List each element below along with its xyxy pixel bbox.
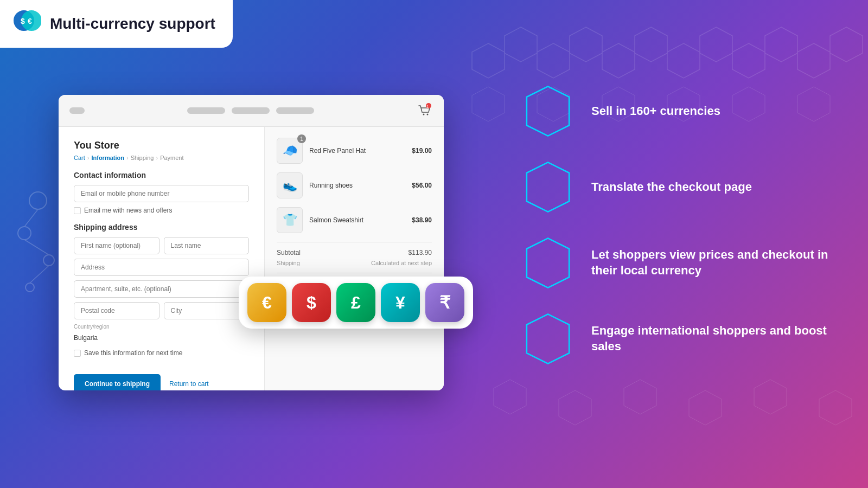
order-divider <box>277 242 432 242</box>
nav-tabs <box>187 107 314 114</box>
postal-input[interactable] <box>74 302 159 319</box>
order-item-1: 1 🧢 Red Five Panel Hat $19.00 <box>277 138 432 164</box>
svg-marker-10 <box>667 43 700 78</box>
sep-2: › <box>126 155 129 161</box>
continue-to-shipping-button[interactable]: Continue to shipping <box>74 374 161 390</box>
feature-4-title: Engage international shoppers and boost … <box>591 323 835 354</box>
item-2-image: 👟 <box>277 172 303 198</box>
contact-section-label: Contact information <box>74 171 249 179</box>
feature-2-title: Translate the checkout page <box>591 179 835 195</box>
newsletter-checkbox[interactable] <box>74 207 81 214</box>
item-2-name: Running shoes <box>309 182 405 189</box>
save-info-label: Save this information for next time <box>84 349 182 357</box>
feature-item-1: £ € $ Sell in 160+ currencies <box>521 84 835 138</box>
svg-marker-14 <box>797 43 830 78</box>
svg-line-33 <box>24 240 49 255</box>
item-2-price: $56.00 <box>412 182 432 189</box>
item-3-name: Salmon Sweatshirt <box>309 216 405 224</box>
last-name-input[interactable] <box>164 237 250 254</box>
apt-input[interactable] <box>74 280 249 298</box>
sep-3: › <box>156 155 158 161</box>
feature-3-title: Let shoppers view prices and checkout in… <box>591 247 835 278</box>
breadcrumb-shipping: Shipping <box>131 155 154 161</box>
sep-1: › <box>87 155 90 161</box>
first-name-input[interactable] <box>74 237 159 254</box>
item-3-image-wrap: 👕 <box>277 207 303 233</box>
svg-marker-50 <box>527 314 569 363</box>
svg-marker-12 <box>732 43 765 78</box>
return-to-cart-button[interactable]: Return to cart <box>169 380 209 388</box>
item-3-price: $38.90 <box>412 216 432 224</box>
save-info-checkbox[interactable] <box>74 350 81 357</box>
rupee-icon[interactable]: ₹ <box>425 283 464 322</box>
feature-3-hex <box>521 236 575 290</box>
newsletter-label: Email me with news and offers <box>84 207 173 214</box>
svg-marker-23 <box>559 390 591 425</box>
nav-tab-1 <box>187 107 225 114</box>
breadcrumb: Cart › Information › Shipping › Payment <box>74 155 249 161</box>
country-field: Country/region Bulgaria <box>74 324 249 345</box>
card-nav: 1 <box>59 95 444 127</box>
feature-4-hex: ✦ ✦ <box>521 312 575 366</box>
form-panel: You Store Cart › Information › Shipping … <box>59 127 265 390</box>
svg-line-34 <box>30 266 49 283</box>
subtotal-row: Subtotal $113.90 <box>277 249 432 256</box>
item-1-badge: 1 <box>297 134 306 143</box>
order-item-3: 👕 Salmon Sweatshirt $38.90 <box>277 207 432 233</box>
yen-icon[interactable]: ¥ <box>381 283 420 322</box>
svg-marker-5 <box>505 27 537 62</box>
item-2-image-wrap: 👟 <box>277 172 303 198</box>
feature-1-title: Sell in 160+ currencies <box>591 104 835 119</box>
svg-marker-16 <box>472 87 505 121</box>
address-input[interactable] <box>74 259 249 276</box>
feature-2-hex <box>521 160 575 214</box>
header-title: Multi-currency support <box>50 15 215 33</box>
breadcrumb-information[interactable]: Information <box>91 155 124 161</box>
feature-item-3: Let shoppers view prices and checkout in… <box>521 236 835 290</box>
order-item-2: 👟 Running shoes $56.00 <box>277 172 432 198</box>
header: $ € Multi-currency support <box>0 0 233 48</box>
shipping-label: Shipping <box>277 260 300 266</box>
dollar-icon[interactable]: $ <box>292 283 331 322</box>
svg-marker-13 <box>765 27 797 62</box>
save-info-row: Save this information for next time <box>74 349 249 357</box>
city-input[interactable] <box>164 302 250 319</box>
svg-point-31 <box>25 283 34 292</box>
cart-icon[interactable]: 1 <box>417 102 433 119</box>
svg-marker-27 <box>819 390 852 425</box>
breadcrumb-cart[interactable]: Cart <box>74 155 85 161</box>
item-3-info: Salmon Sweatshirt <box>303 216 412 224</box>
item-1-price: $19.00 <box>412 147 432 155</box>
order-panel: 1 🧢 Red Five Panel Hat $19.00 👟 Running … <box>265 127 444 390</box>
action-buttons: Continue to shipping Return to cart <box>74 365 249 390</box>
item-3-image: 👕 <box>277 207 303 233</box>
nav-tab-3 <box>276 107 314 114</box>
order-divider-2 <box>277 273 432 273</box>
features-panel: £ € $ Sell in 160+ currencies <box>521 84 835 388</box>
header-logo: $ € <box>13 10 41 38</box>
svg-marker-4 <box>472 43 505 78</box>
svg-point-35 <box>423 114 425 115</box>
breadcrumb-payment: Payment <box>160 155 183 161</box>
svg-text:$: $ <box>21 17 25 25</box>
svg-point-29 <box>18 227 31 240</box>
item-1-info: Red Five Panel Hat <box>303 147 412 155</box>
feature-4-text: Engage international shoppers and boost … <box>591 323 835 354</box>
nav-dot-1 <box>69 107 85 114</box>
pound-icon[interactable]: £ <box>336 283 375 322</box>
svg-marker-39 <box>527 86 569 136</box>
nav-tab-2 <box>232 107 270 114</box>
euro-icon[interactable]: € <box>247 283 286 322</box>
shipping-value: Calculated at next step <box>371 260 432 266</box>
shipping-row: Shipping Calculated at next step <box>277 260 432 266</box>
contact-input[interactable] <box>74 185 249 202</box>
svg-marker-8 <box>602 43 635 78</box>
card-content: You Store Cart › Information › Shipping … <box>59 127 444 390</box>
feature-2-text: Translate the checkout page <box>591 179 835 195</box>
svg-marker-48 <box>527 238 569 287</box>
country-value: Bulgaria <box>74 331 249 345</box>
svg-marker-15 <box>830 27 863 62</box>
postal-city-row <box>74 302 249 319</box>
shipping-section-label: Shipping address <box>74 223 249 232</box>
svg-marker-9 <box>635 27 667 62</box>
